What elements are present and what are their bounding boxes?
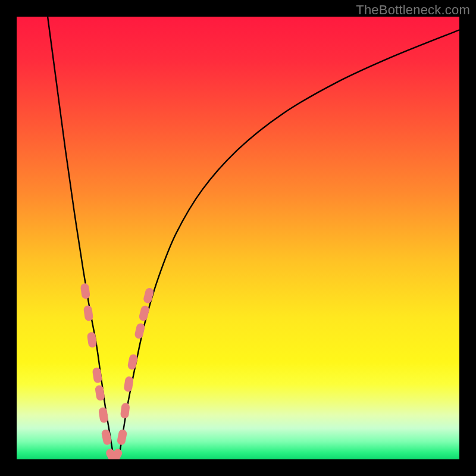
curve-marker (98, 407, 109, 424)
bottleneck-curve-path (48, 17, 459, 459)
curve-marker (134, 322, 146, 340)
curve-marker (138, 305, 150, 322)
curve-marker (117, 429, 128, 446)
curve-marker (80, 283, 90, 299)
curve-marker (95, 384, 105, 401)
curve-marker (87, 331, 98, 348)
curve-marker (127, 353, 138, 370)
marker-group (80, 283, 155, 459)
curve-marker (101, 429, 112, 446)
curve-marker (92, 367, 103, 384)
curve-marker (143, 287, 155, 304)
curve-marker (83, 305, 93, 322)
curve-marker (120, 402, 130, 419)
curve-layer (17, 17, 459, 459)
curve-marker (123, 376, 134, 393)
plot-area (17, 17, 459, 459)
chart-stage: TheBottleneck.com (0, 0, 476, 476)
watermark-text: TheBottleneck.com (356, 2, 470, 18)
